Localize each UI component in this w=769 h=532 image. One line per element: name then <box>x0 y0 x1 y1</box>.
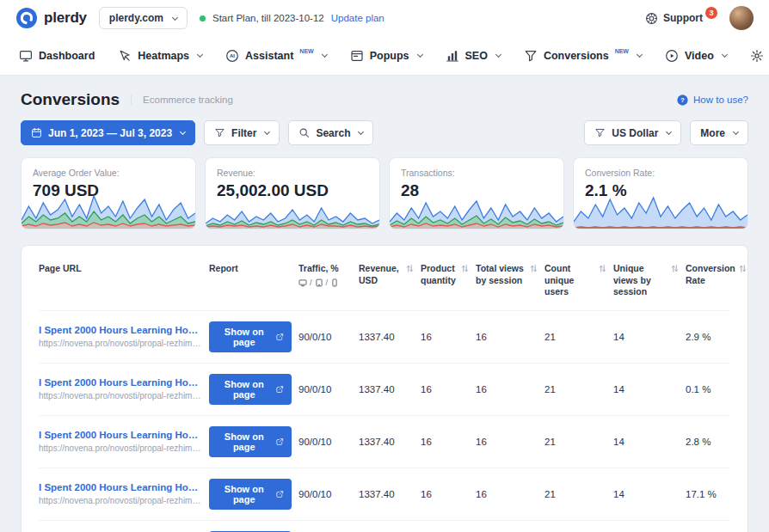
col-revenue[interactable]: Revenue, USD <box>359 263 414 286</box>
mobile-icon <box>330 278 339 287</box>
page-title-link[interactable]: I Spent 2000 Hours Learning How To Learn… <box>39 377 202 388</box>
nav-item[interactable]: Video <box>665 49 727 63</box>
sparkline-chart <box>390 191 563 229</box>
currency-filter-button[interactable]: US Dollar <box>584 120 681 145</box>
table-row: I Spent 2000 Hours Learning How To Learn… <box>39 520 730 532</box>
col-conversion-rate[interactable]: Conversion Rate <box>686 263 747 286</box>
nav-item[interactable]: SEO <box>446 49 501 63</box>
nav-item[interactable]: Conversions NEW <box>524 49 642 63</box>
conversions-icon <box>524 49 538 63</box>
tablet-icon <box>315 278 323 287</box>
page-cell: I Spent 2000 Hours Learning How To Learn… <box>39 430 202 453</box>
revenue-value: 1337.40 <box>359 332 414 342</box>
sparkline-chart <box>22 191 195 229</box>
page-url-text: https://novena.pro/novosti/propal-rezhim… <box>39 391 202 401</box>
report-cell: Show on page <box>209 426 292 457</box>
col-product-quantity[interactable]: Product quantity <box>421 263 469 286</box>
table-row: I Spent 2000 Hours Learning How To Learn… <box>39 310 730 363</box>
domain-selector[interactable]: plerdy.com <box>99 7 188 29</box>
page-title-link[interactable]: I Spent 2000 Hours Learning How To Learn… <box>39 430 202 440</box>
search-button[interactable]: Search <box>288 120 373 145</box>
show-on-page-button[interactable]: Show on page <box>209 479 292 510</box>
report-cell: Show on page <box>209 479 292 510</box>
chevron-down-icon <box>197 52 203 58</box>
show-on-page-label: Show on page <box>217 431 271 452</box>
page-url-text: https://novena.pro/novosti/propal-rezhim… <box>39 496 202 505</box>
show-on-page-button[interactable]: Show on page <box>209 374 292 405</box>
support-button[interactable]: Support 3 <box>645 12 717 25</box>
sort-icon[interactable] <box>739 264 747 273</box>
new-badge: NEW <box>615 48 629 54</box>
table-body: I Spent 2000 Hours Learning How To Learn… <box>39 310 730 532</box>
update-plan-link[interactable]: Update plan <box>331 13 384 23</box>
nav-item[interactable]: AI Assistant NEW <box>225 49 327 63</box>
unique-views-value: 14 <box>613 437 679 447</box>
col-unique-views[interactable]: Unique views by session <box>613 263 679 298</box>
col-traffic[interactable]: Traffic, % / / <box>298 263 352 288</box>
video-icon <box>665 49 679 63</box>
plan-active-dot <box>200 15 206 21</box>
metric-label: Average Order Value: <box>33 168 184 178</box>
more-button[interactable]: More <box>690 120 748 145</box>
page-title-link[interactable]: I Spent 2000 Hours Learning How To Learn… <box>39 325 202 335</box>
unique-views-value: 14 <box>613 489 679 499</box>
filter-label: Filter <box>231 127 256 139</box>
revenue-value: 1337.40 <box>359 489 414 499</box>
page-title-link[interactable]: I Spent 2000 Hours Learning How To Learn… <box>39 482 202 492</box>
col-total-views[interactable]: Total views by session <box>476 263 538 286</box>
chevron-down-icon <box>637 52 643 58</box>
chevron-down-icon <box>666 129 672 135</box>
nav-item[interactable]: Popups <box>350 49 422 63</box>
nav-item[interactable]: Dashboard <box>19 49 95 63</box>
nav-item-label: Popups <box>370 50 409 62</box>
chevron-down-icon <box>172 14 178 20</box>
user-avatar[interactable] <box>729 6 754 30</box>
col-count-unique-users[interactable]: Count unique users <box>544 263 606 298</box>
table-header: Page URL Report Traffic, % / / Revenue, … <box>39 248 730 310</box>
show-on-page-button[interactable]: Show on page <box>209 321 292 352</box>
sort-icon[interactable] <box>599 264 606 273</box>
table-row: I Spent 2000 Hours Learning How To Learn… <box>39 468 730 520</box>
external-link-icon <box>276 333 284 341</box>
col-page-url[interactable]: Page URL <box>39 263 202 275</box>
unique-users-value: 21 <box>544 489 606 499</box>
external-link-icon <box>276 490 284 498</box>
external-link-icon <box>276 437 284 446</box>
sort-icon[interactable] <box>461 264 469 273</box>
quantity-value: 16 <box>421 437 469 447</box>
support-count-badge: 3 <box>705 7 717 19</box>
page-title: Conversions <box>21 90 120 109</box>
nav-item-label: Conversions <box>544 50 609 62</box>
sort-icon[interactable] <box>406 264 414 273</box>
col-report: Report <box>209 263 292 275</box>
nav-item[interactable]: Settings <box>750 49 769 63</box>
total-views-value: 16 <box>476 332 538 342</box>
metric-label: Conversion Rate: <box>585 168 736 178</box>
plerdy-logo[interactable]: plerdy <box>15 7 87 29</box>
traffic-value: 90/0/10 <box>298 332 352 342</box>
external-link-icon <box>276 385 284 394</box>
show-on-page-button[interactable]: Show on page <box>209 426 292 457</box>
sort-icon[interactable] <box>530 264 538 273</box>
date-range-button[interactable]: Jun 1, 2023 — Jul 3, 2023 <box>21 120 195 145</box>
conversions-page: Conversions Ecommerce tracking ? How to … <box>0 90 769 532</box>
date-range-label: Jun 1, 2023 — Jul 3, 2023 <box>48 127 172 139</box>
unique-views-value: 14 <box>613 384 679 394</box>
filter-button[interactable]: Filter <box>204 120 280 145</box>
sparkline-chart <box>574 191 747 229</box>
domain-label: plerdy.com <box>109 12 163 24</box>
total-views-value: 16 <box>476 437 538 447</box>
heatmaps-icon <box>118 49 132 63</box>
nav-item[interactable]: Heatmaps <box>118 49 202 63</box>
filter-icon <box>594 127 606 138</box>
traffic-value: 90/0/10 <box>298 384 352 394</box>
sort-icon[interactable] <box>671 264 679 273</box>
nav-item-label: Assistant <box>245 50 293 62</box>
nav-item-label: Dashboard <box>39 50 95 62</box>
metric-label: Revenue: <box>217 168 368 178</box>
revenue-value: 1337.40 <box>359 384 414 394</box>
unique-users-value: 21 <box>544 332 606 342</box>
chevron-down-icon <box>358 129 364 135</box>
page-cell: I Spent 2000 Hours Learning How To Learn… <box>39 377 202 401</box>
how-to-use-link[interactable]: ? How to use? <box>677 95 748 106</box>
